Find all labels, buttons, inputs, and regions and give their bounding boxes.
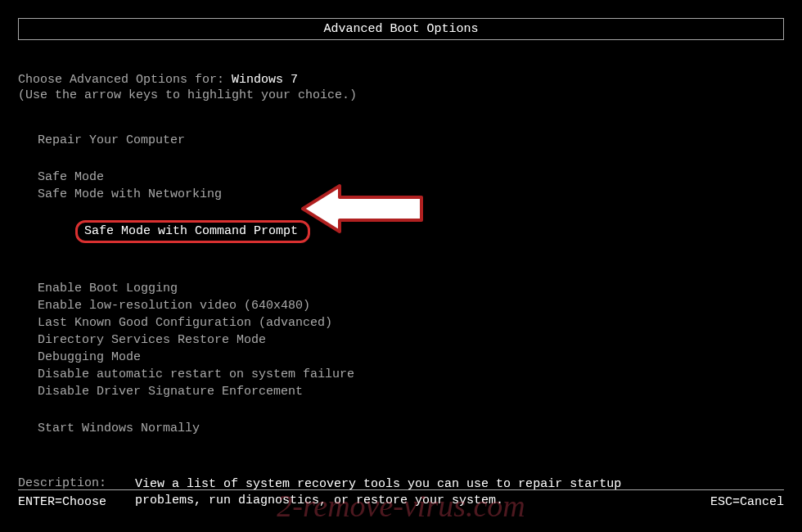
page-title: Advanced Boot Options	[323, 22, 478, 36]
footer-enter: ENTER=Choose	[18, 495, 106, 509]
menu-item-last-known-good[interactable]: Last Known Good Configuration (advanced)	[38, 314, 784, 331]
footer-esc: ESC=Cancel	[710, 495, 784, 509]
highlighted-selection: Safe Mode with Command Prompt	[75, 220, 310, 243]
choose-prefix: Choose Advanced Options for:	[18, 73, 232, 87]
menu-item-safe-mode-command-prompt[interactable]: Safe Mode with Command Prompt	[38, 203, 784, 260]
footer-bar: ENTER=Choose ESC=Cancel	[18, 489, 784, 509]
menu-item-debugging-mode[interactable]: Debugging Mode	[38, 349, 784, 366]
choose-line: Choose Advanced Options for: Windows 7	[18, 73, 784, 87]
menu-item-safe-mode[interactable]: Safe Mode	[38, 169, 784, 186]
menu-item-safe-mode-networking[interactable]: Safe Mode with Networking	[38, 186, 784, 203]
menu-group-repair: Repair Your Computer	[38, 132, 784, 149]
menu-item-repair-computer[interactable]: Repair Your Computer	[38, 132, 784, 149]
title-bar: Advanced Boot Options	[18, 18, 784, 40]
menu-item-start-normally[interactable]: Start Windows Normally	[38, 420, 784, 437]
menu-group-advanced: Enable Boot Logging Enable low-resolutio…	[38, 280, 784, 400]
description-label: Description:	[18, 476, 106, 490]
menu-item-low-res-video[interactable]: Enable low-resolution video (640x480)	[38, 297, 784, 314]
menu-item-disable-auto-restart[interactable]: Disable automatic restart on system fail…	[38, 366, 784, 383]
arrow-key-instruction: (Use the arrow keys to highlight your ch…	[18, 88, 784, 102]
menu-group-safemode: Safe Mode Safe Mode with Networking Safe…	[38, 169, 784, 260]
menu-item-disable-driver-sig[interactable]: Disable Driver Signature Enforcement	[38, 383, 784, 400]
menu-group-normal: Start Windows Normally	[38, 420, 784, 437]
os-name: Windows 7	[232, 73, 298, 87]
menu-item-boot-logging[interactable]: Enable Boot Logging	[38, 280, 784, 297]
menu-item-directory-restore[interactable]: Directory Services Restore Mode	[38, 331, 784, 349]
